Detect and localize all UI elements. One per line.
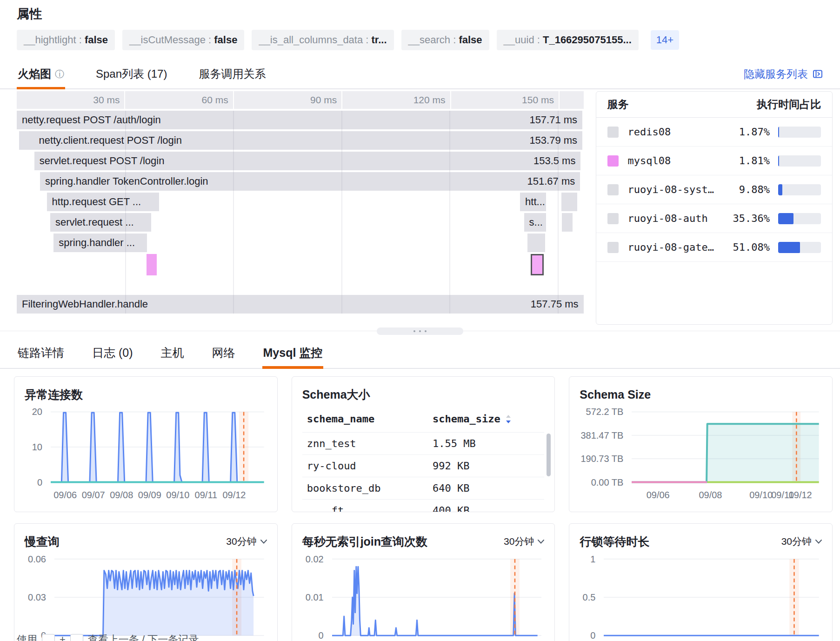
hint-plus: + [60, 634, 66, 641]
flame-span[interactable]: servlet.request POST /login153.5 ms [34, 152, 581, 170]
splitter-dot [413, 330, 415, 332]
attribute-chip[interactable]: __is_all_columns_data : tr... [252, 30, 393, 50]
service-percent-fill [778, 184, 782, 195]
y-tick-label: 0.00 TB [591, 477, 624, 487]
y-tick-label: 381.47 TB [580, 430, 623, 441]
time-range-dropdown[interactable]: 30分钟 [226, 535, 267, 548]
span-duration: 157.75 ms [531, 298, 579, 310]
service-row[interactable]: ruoyi-08-syst…9.88% [596, 175, 832, 204]
attribute-chip[interactable]: __hightlight : false [17, 30, 115, 50]
detail-tab-bar: 链路详情日志 (0)主机网络Mysql 监控 [0, 338, 840, 369]
row-lock-chart: 00.5109/0609/0709/0809/0909/1009/1109/12 [580, 554, 822, 641]
schema-size-chart-card: Schema Size 0.00 TB190.73 TB381.47 TB572… [569, 376, 833, 512]
axis-filler [560, 91, 584, 109]
splitter-handle[interactable] [377, 327, 463, 335]
schema-size-column-header[interactable]: schema_size [433, 413, 540, 425]
table-row[interactable]: znn_test1.55 MB [302, 432, 545, 454]
attribute-value: false [459, 34, 482, 46]
service-name: ruoyi-08-syst… [628, 184, 714, 195]
flame-graph: 30 ms60 ms90 ms120 ms150 ms netty.reques… [17, 91, 584, 325]
more-attributes-badge[interactable]: 14+ [651, 30, 679, 50]
detail-tab[interactable]: Mysql 监控 [262, 338, 324, 368]
span-label: s... [529, 216, 543, 228]
span-label: FilteringWebHandler.handle [22, 298, 148, 310]
trace-tab-label: Span列表 (17) [96, 67, 167, 81]
flame-span[interactable]: servlet.request ... [50, 213, 151, 232]
y-tick-label: 190.73 TB [580, 454, 623, 464]
flame-span[interactable]: netty.request POST /auth/login157.71 ms [17, 111, 582, 129]
flame-row: netty.request POST /auth/login157.71 ms [17, 111, 584, 129]
flame-row: FilteringWebHandler.handle157.75 ms [17, 295, 584, 314]
table-scrollbar[interactable] [547, 434, 551, 476]
detail-tab[interactable]: 链路详情 [17, 338, 65, 368]
splitter-dot [419, 330, 421, 332]
time-range-dropdown[interactable]: 30分钟 [781, 535, 822, 548]
schema-name-column-header[interactable]: schema_name [307, 413, 433, 425]
flame-span[interactable] [527, 234, 545, 252]
flame-span[interactable] [147, 254, 157, 275]
keyboard-hint: 使用 + 查看上一条 / 下一条记录 [17, 633, 199, 641]
x-tick-label: 09/09 [138, 490, 161, 501]
span-duration: 157.71 ms [529, 114, 577, 126]
service-color-swatch [607, 213, 619, 224]
flame-span[interactable] [531, 254, 544, 275]
table-row[interactable]: bookstore_db640 KB [302, 477, 545, 499]
trace-tab[interactable]: 火焰图ⓘ [17, 60, 65, 88]
attribute-chip[interactable]: __search : false [401, 30, 489, 50]
y-tick-label: 0.01 [306, 592, 324, 603]
span-label: spring.handler TokenController.login [45, 175, 208, 187]
service-time-percent: 51.08% [714, 241, 770, 253]
service-color-swatch [607, 127, 619, 138]
sort-icon[interactable] [505, 414, 512, 424]
detail-tab[interactable]: 日志 (0) [91, 338, 134, 368]
flame-span[interactable]: netty.client.request POST /login153.79 m… [34, 131, 583, 150]
service-row[interactable]: ruoyi-08-gate…51.08% [596, 233, 832, 262]
attribute-chip[interactable]: __isCutMessage : false [122, 30, 244, 50]
flame-span[interactable]: htt... [520, 193, 546, 211]
service-row[interactable]: ruoyi-08-auth35.36% [596, 204, 832, 233]
trace-tab[interactable]: Span列表 (17) [95, 60, 168, 88]
chart-plot-area [604, 556, 819, 638]
schema-size-cell: 400 KB [433, 505, 540, 512]
detail-tab[interactable]: 网络 [211, 338, 236, 368]
span-label: netty.client.request POST /login [39, 134, 182, 147]
series-no-index-joins [332, 567, 538, 635]
mysql-monitor-cards: 异常连接数 0102009/0609/0709/0809/0909/1009/1… [0, 369, 840, 641]
span-label: http.request GET ... [52, 196, 141, 208]
x-tick-label: 09/10 [749, 490, 773, 501]
card-title: Schema大小 [302, 387, 370, 402]
flame-span[interactable] [562, 213, 573, 232]
info-icon[interactable]: ⓘ [55, 68, 64, 80]
time-range-dropdown[interactable]: 30分钟 [504, 535, 544, 548]
flame-span[interactable]: FilteringWebHandler.handle157.75 ms [17, 295, 584, 314]
service-list-header: 服务 执行时间占比 [596, 92, 832, 118]
service-row[interactable]: mysql081.81% [596, 147, 832, 175]
attribute-key: __is_all_columns_data : [259, 34, 371, 46]
hide-services-link[interactable]: 隐藏服务列表 [744, 67, 823, 81]
attribute-key: __uuid : [504, 34, 543, 46]
join-query-card: 每秒无索引join查询次数 30分钟 00.010.0209/0609/0709… [292, 523, 555, 641]
table-row[interactable]: ft400 KB [302, 499, 545, 512]
table-row[interactable]: ry-cloud992 KB [302, 454, 545, 477]
chevron-down-icon [260, 540, 267, 544]
x-tick-label: 09/08 [699, 490, 722, 501]
span-duration: 153.5 ms [533, 155, 576, 167]
detail-tab[interactable]: 主机 [160, 338, 185, 368]
trace-tab[interactable]: 服务调用关系 [198, 60, 267, 88]
service-row[interactable]: redis081.87% [596, 118, 832, 147]
attribute-chip[interactable]: __uuid : T_166295075155... [497, 30, 639, 50]
attributes-section: 属性 __hightlight : false__isCutMessage : … [0, 0, 840, 50]
slow-query-card: 慢查询 30分钟 00.030.0609/0609/0709/0809/0909… [14, 523, 278, 641]
flame-span[interactable]: spring.handler ... [53, 234, 147, 252]
splitter-dot [425, 330, 427, 332]
flame-span[interactable] [561, 193, 577, 211]
axis-tick: 120 ms [342, 91, 450, 109]
y-tick-label: 0.06 [28, 554, 46, 564]
attribute-value: tr... [372, 34, 387, 46]
y-axis-labels: 01020 [25, 409, 47, 485]
chevron-down-icon [538, 540, 544, 544]
flame-row: netty.client.request POST /login153.79 m… [17, 131, 584, 150]
flame-span[interactable]: http.request GET ... [47, 193, 159, 211]
flame-span[interactable]: spring.handler TokenController.login151.… [40, 172, 580, 191]
flame-span[interactable]: s... [524, 213, 547, 232]
